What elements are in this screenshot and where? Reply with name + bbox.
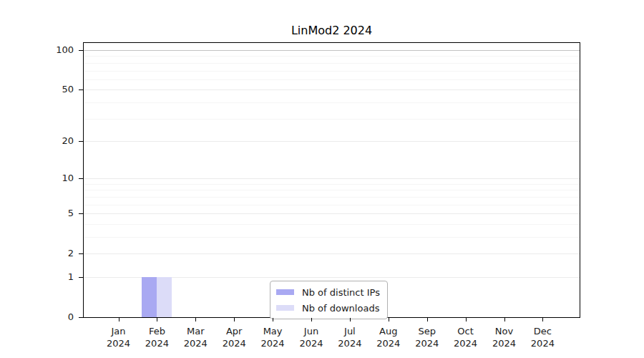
y-tick-mark-2 [79,253,84,254]
legend-label-downloads: Nb of downloads [302,303,379,314]
x-tick-mark-jan [119,318,119,321]
y-tick-mark-5 [79,213,84,214]
legend-item-distinct-ips: Nb of distinct IPs [276,285,380,299]
y-tick-mark-20 [79,141,84,142]
y-tick-label-5: 5 [36,207,74,220]
x-tick-label-sep: Sep2024 [406,325,449,349]
plot-area [83,42,580,318]
y-tick-label-1: 1 [36,271,74,284]
x-tick-mark-jun [311,318,312,321]
x-tick-mark-oct [466,318,467,321]
chart-title: LinMod2 2024 [83,24,580,37]
x-tick-label-jun: Jun2024 [290,325,333,349]
y-tick-mark-100 [79,50,84,51]
y-gridline-90 [84,56,580,57]
y-gridline-7 [84,197,580,198]
y-gridline-5 [84,213,580,214]
x-tick-label-apr: Apr2024 [213,325,255,349]
y-gridline-80 [84,63,580,64]
x-tick-label-jan: Jan2024 [97,325,140,349]
legend-item-downloads: Nb of downloads [276,301,380,315]
x-tick-label-aug: Aug2024 [367,325,410,349]
x-tick-label-may: May2024 [251,325,294,349]
y-tick-label-2: 2 [36,247,74,260]
legend-swatch-distinct-ips [276,289,294,295]
y-gridline-30 [84,119,580,120]
y-tick-mark-0 [79,317,84,318]
y-tick-label-100: 100 [36,44,74,57]
x-tick-mark-apr [234,318,235,321]
legend: Nb of distinct IPs Nb of downloads [270,281,388,319]
y-tick-label-50: 50 [36,83,74,96]
x-tick-label-feb: Feb2024 [135,325,178,349]
y-tick-label-10: 10 [36,172,74,185]
x-tick-mark-sep [427,318,428,321]
x-tick-mark-may [273,318,273,321]
x-tick-mark-dec [542,318,543,321]
y-gridline-3 [84,237,580,238]
y-gridline-4 [84,224,580,225]
y-gridline-20 [84,141,580,142]
x-tick-label-mar: Mar2024 [174,325,217,349]
y-gridline-50 [84,90,580,90]
y-gridline-10 [84,178,580,179]
bar-distinct-ips-feb [142,277,157,317]
x-tick-mark-aug [389,318,389,321]
x-tick-mark-mar [195,318,196,321]
y-gridline-2 [84,253,580,254]
y-gridline-8 [84,190,580,190]
x-tick-label-jul: Jul2024 [328,325,371,349]
y-tick-label-0: 0 [36,311,74,324]
y-tick-mark-1 [79,277,84,278]
y-gridline-70 [84,71,580,72]
x-tick-label-dec: Dec2024 [521,325,564,349]
y-gridline-60 [84,79,580,80]
y-gridline-9 [84,184,580,185]
x-tick-mark-feb [157,318,157,321]
y-tick-label-20: 20 [36,135,74,147]
y-gridline-6 [84,205,580,205]
legend-label-distinct-ips: Nb of distinct IPs [302,287,380,298]
x-tick-label-nov: Nov2024 [483,325,526,349]
figure: LinMod2 2024 Nb of distinct IPs Nb of do… [0,0,644,358]
x-tick-label-oct: Oct2024 [444,325,487,349]
y-gridline-100 [84,50,580,51]
y-tick-mark-50 [79,90,84,90]
y-tick-mark-10 [79,178,84,179]
bar-downloads-feb [157,277,172,317]
y-gridline-40 [84,102,580,103]
x-tick-mark-nov [504,318,505,321]
legend-swatch-downloads [276,305,294,311]
x-tick-mark-jul [350,318,351,321]
